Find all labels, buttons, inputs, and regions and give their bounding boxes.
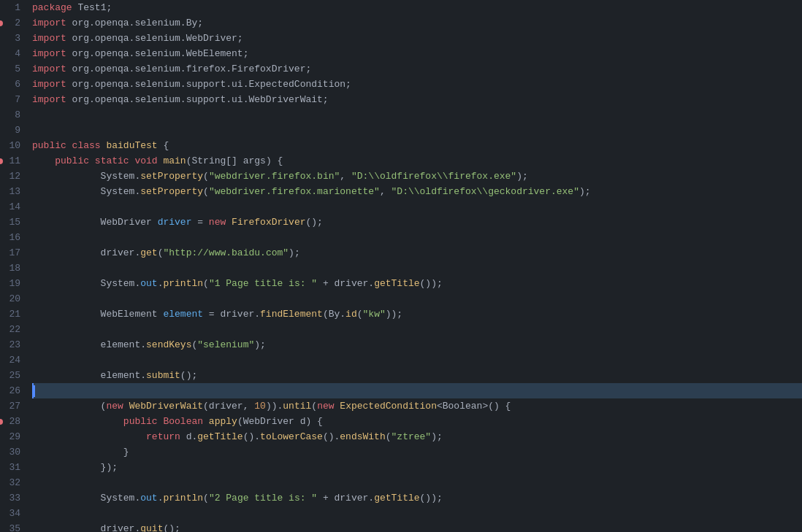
line-number-3: 3 [0, 31, 20, 46]
line-number-15: 15 [0, 215, 20, 230]
code-line-4: import org.openqa.selenium.WebElement; [32, 46, 802, 61]
code-line-16 [32, 230, 802, 245]
code-line-1: package Test1; [32, 0, 802, 15]
code-line-22 [32, 322, 802, 337]
line-number-22: 22 [0, 322, 20, 337]
line-number-9: 9 [0, 123, 20, 138]
line-number-13: 13 [0, 184, 20, 199]
line-number-10: 10 [0, 138, 20, 153]
code-line-35: driver.quit(); [32, 521, 802, 532]
code-line-32 [32, 475, 802, 490]
code-line-13: System.setProperty("webdriver.firefox.ma… [32, 184, 802, 199]
code-line-26 [32, 383, 802, 398]
line-number-27: 27 [0, 398, 20, 414]
line-number-17: 17 [0, 245, 20, 261]
line-number-8: 8 [0, 107, 20, 123]
code-line-34 [32, 506, 802, 521]
code-line-15: WebDriver driver = new FirefoxDriver(); [32, 215, 802, 230]
code-line-10: public class baiduTest { [32, 138, 802, 153]
line-number-19: 19 [0, 276, 20, 291]
line-number-35: 35 [0, 521, 20, 532]
code-line-33: System.out.println("2 Page title is: " +… [32, 490, 802, 506]
code-line-17: driver.get("http://www.baidu.com"); [32, 245, 802, 261]
line-number-12: 12 [0, 169, 20, 184]
code-line-7: import org.openqa.selenium.support.ui.We… [32, 92, 802, 107]
code-line-9 [32, 123, 802, 138]
line-number-25: 25 [0, 368, 20, 383]
line-number-26: 26 [0, 383, 20, 398]
line-number-30: 30 [0, 444, 20, 460]
line-number-4: 4 [0, 46, 20, 61]
line-number-21: 21 [0, 307, 20, 322]
line-number-2: 2 [0, 15, 20, 31]
line-number-31: 31 [0, 460, 20, 475]
line-number-18: 18 [0, 261, 20, 276]
line-number-28: 28 [0, 414, 20, 429]
line-number-20: 20 [0, 291, 20, 307]
line-number-29: 29 [0, 429, 20, 444]
code-line-3: import org.openqa.selenium.WebDriver; [32, 31, 802, 46]
code-line-14 [32, 199, 802, 215]
code-line-28: public Boolean apply(WebDriver d) { [32, 414, 802, 429]
code-content[interactable]: package Test1;import org.openqa.selenium… [26, 0, 802, 532]
code-line-2: import org.openqa.selenium.By; [32, 15, 802, 31]
line-number-6: 6 [0, 77, 20, 92]
code-line-27: (new WebDriverWait(driver, 10)).until(ne… [32, 398, 802, 414]
line-number-24: 24 [0, 352, 20, 368]
line-number-1: 1 [0, 0, 20, 15]
line-number-14: 14 [0, 199, 20, 215]
code-line-6: import org.openqa.selenium.support.ui.Ex… [32, 77, 802, 92]
line-numbers: 1234567891011121314151617181920212223242… [0, 0, 26, 532]
line-number-32: 32 [0, 475, 20, 490]
code-line-21: WebElement element = driver.findElement(… [32, 307, 802, 322]
code-editor: 1234567891011121314151617181920212223242… [0, 0, 802, 532]
line-number-16: 16 [0, 230, 20, 245]
line-number-5: 5 [0, 61, 20, 77]
code-line-24 [32, 352, 802, 368]
line-number-34: 34 [0, 506, 20, 521]
code-line-19: System.out.println("1 Page title is: " +… [32, 276, 802, 291]
code-line-12: System.setProperty("webdriver.firefox.bi… [32, 169, 802, 184]
code-line-5: import org.openqa.selenium.firefox.Firef… [32, 61, 802, 77]
code-line-29: return d.getTitle().toLowerCase().endsWi… [32, 429, 802, 444]
code-line-8 [32, 107, 802, 123]
line-number-23: 23 [0, 337, 20, 352]
line-number-33: 33 [0, 490, 20, 506]
code-line-31: }); [32, 460, 802, 475]
code-line-20 [32, 291, 802, 307]
line-number-11: 11 [0, 153, 20, 169]
code-line-25: element.submit(); [32, 368, 802, 383]
code-line-11: public static void main(String[] args) { [32, 153, 802, 169]
code-line-30: } [32, 444, 802, 460]
code-line-18 [32, 261, 802, 276]
line-number-7: 7 [0, 92, 20, 107]
code-line-23: element.sendKeys("selenium"); [32, 337, 802, 352]
